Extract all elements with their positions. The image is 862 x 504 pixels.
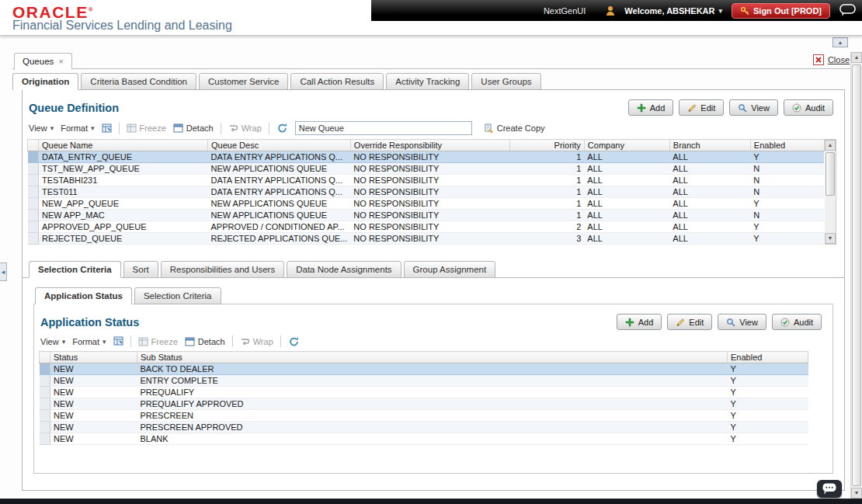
cell[interactable]: DATA ENTRY APPLICATIONS Q... (208, 151, 351, 163)
cell[interactable]: 1 (509, 198, 584, 210)
row-selector-stub[interactable] (28, 210, 39, 221)
col-queue-desc[interactable]: Queue Desc (208, 140, 351, 151)
cell[interactable]: N (750, 210, 824, 221)
table-row[interactable]: NEWENTRY COMPLETEY (40, 375, 808, 387)
cell[interactable]: N (750, 175, 824, 186)
cell[interactable]: PRESCREEN (137, 410, 728, 422)
cell[interactable]: ALL (584, 210, 669, 221)
cell[interactable]: NO RESPONSIBILITY (350, 210, 509, 221)
table-row[interactable]: NEW APP_MACNEW APPLICATIONS QUEUENO RESP… (28, 210, 825, 221)
cell[interactable]: NO RESPONSIBILITY (350, 175, 509, 186)
cell[interactable]: PREQUALIFY APPROVED (137, 398, 728, 410)
cell[interactable]: Y (728, 433, 808, 445)
cell[interactable]: NO RESPONSIBILITY (350, 186, 509, 198)
cell[interactable]: TESTABHI231 (39, 175, 208, 186)
row-selector-stub[interactable] (40, 422, 50, 433)
inner-tab-application-status[interactable]: Application Status (35, 287, 132, 304)
cell[interactable]: APPROVED / CONDITIONED AP... (208, 221, 351, 233)
cell[interactable]: NO RESPONSIBILITY (350, 198, 509, 210)
format-menu[interactable]: Format▾ (72, 337, 106, 346)
wrap-button[interactable]: Wrap (228, 123, 262, 133)
cell[interactable]: ALL (584, 163, 669, 175)
cell[interactable]: Y (750, 151, 824, 163)
table-row[interactable]: NEWBACK TO DEALERY (40, 363, 808, 375)
col-queue-name[interactable]: Queue Name (39, 140, 208, 151)
col-sub-status[interactable]: Sub Status (137, 352, 728, 363)
tab-activity-tracking[interactable]: Activity Tracking (386, 73, 469, 90)
doc-tab-queues[interactable]: Queues× (14, 53, 72, 70)
close-page-control[interactable]: Close (813, 54, 850, 65)
scroll-up-icon[interactable]: ▲ (825, 140, 836, 151)
cell[interactable]: ALL (584, 151, 669, 163)
cell[interactable]: Y (728, 422, 808, 433)
scroll-down-icon[interactable]: ▼ (851, 488, 862, 499)
row-selector-stub[interactable] (28, 175, 39, 186)
new-queue-input[interactable] (295, 121, 472, 135)
row-selector-stub[interactable] (28, 233, 39, 245)
col-enabled[interactable]: Enabled (750, 140, 824, 151)
scroll-down-icon[interactable]: ▼ (825, 233, 836, 244)
cell[interactable]: ALL (584, 198, 669, 210)
cell[interactable]: NO RESPONSIBILITY (350, 163, 509, 175)
edit-button[interactable]: Edit (679, 99, 724, 116)
table-row[interactable]: NEWPRESCREENY (40, 410, 808, 422)
table-row[interactable]: REJECTED_QUEUEREJECTED APPLICATIONS QUE.… (28, 233, 825, 245)
feedback-chat-button[interactable] (817, 480, 842, 498)
cell[interactable]: Y (728, 375, 808, 387)
cell[interactable]: NEW (50, 375, 137, 387)
table-row[interactable]: NEWPREQUALIFYY (40, 387, 808, 398)
detail-tab-responsibilities-and-users[interactable]: Responsibilities and Users (161, 261, 285, 278)
cell[interactable]: NEW APPLICATIONS QUEUE (208, 198, 351, 210)
detail-tab-selection-criteria[interactable]: Selection Criteria (29, 261, 121, 278)
cell[interactable]: ALL (669, 233, 750, 245)
tab-customer-service[interactable]: Customer Service (199, 73, 288, 90)
col-company[interactable]: Company (584, 140, 669, 151)
tab-origination[interactable]: Origination (12, 73, 78, 90)
cell[interactable]: APPROVED_APP_QUEUE (39, 221, 208, 233)
edit-button[interactable]: Edit (667, 314, 712, 330)
cell[interactable]: BLANK (137, 433, 728, 445)
refresh-icon[interactable] (288, 336, 300, 347)
cell[interactable]: ALL (669, 198, 750, 210)
cell[interactable]: TEST011 (39, 186, 208, 198)
tab-criteria-based-condition[interactable]: Criteria Based Condition (81, 73, 196, 90)
cell[interactable]: Y (728, 398, 808, 410)
cell[interactable]: NEW (50, 398, 137, 410)
cell[interactable]: Y (728, 387, 808, 398)
sign-out-button[interactable]: Sign Out [PROD] (732, 3, 830, 19)
cell[interactable]: ENTRY COMPLETE (137, 375, 728, 387)
cell[interactable]: ALL (584, 175, 669, 186)
table-row[interactable]: NEWPRESCREEN APPROVEDY (40, 422, 808, 433)
cell[interactable]: PRESCREEN APPROVED (137, 422, 728, 433)
cell[interactable]: PREQUALIFY (137, 387, 728, 398)
row-selector-stub[interactable] (40, 363, 50, 375)
welcome-user-menu[interactable]: Welcome, ABSHEKAR ▾ (624, 6, 722, 16)
table-row[interactable]: DATA_ENTRY_QUEUEDATA ENTRY APPLICATIONS … (28, 151, 825, 163)
scrollbar-thumb[interactable] (852, 64, 861, 486)
cell[interactable]: 2 (509, 221, 584, 233)
table-row[interactable]: NEWPREQUALIFY APPROVEDY (40, 398, 808, 410)
scroll-up-icon[interactable]: ▲ (851, 52, 862, 63)
cell[interactable]: NEW (50, 410, 137, 422)
add-button[interactable]: Add (617, 314, 662, 330)
row-selector-stub[interactable] (28, 221, 39, 233)
splitter-handle[interactable]: ◂ (0, 262, 7, 281)
cell[interactable]: NEW APP_MAC (39, 210, 208, 221)
cell[interactable]: ALL (669, 163, 750, 175)
cell[interactable]: ALL (669, 186, 750, 198)
cell[interactable]: ALL (584, 186, 669, 198)
table-row[interactable]: TST_NEW_APP_QUEUENEW APPLICATIONS QUEUEN… (28, 163, 825, 175)
table-row[interactable]: NEWBLANKY (40, 433, 808, 445)
freeze-button[interactable]: Freeze (127, 123, 166, 133)
cell[interactable]: 1 (509, 210, 584, 221)
cell[interactable]: NEW (50, 387, 137, 398)
table-row[interactable]: APPROVED_APP_QUEUEAPPROVED / CONDITIONED… (28, 221, 825, 233)
detach-button[interactable]: Detach (173, 123, 214, 133)
audit-button[interactable]: Audit (772, 314, 822, 330)
row-selector-stub[interactable] (28, 186, 39, 198)
table-row[interactable]: NEW_APP_QUEUENEW APPLICATIONS QUEUENO RE… (28, 198, 825, 210)
col-override-responsibility[interactable]: Override Responsibility (350, 140, 509, 151)
cell[interactable]: 1 (509, 175, 584, 186)
col-status[interactable]: Status (50, 352, 137, 363)
chat-icon[interactable] (839, 4, 856, 17)
